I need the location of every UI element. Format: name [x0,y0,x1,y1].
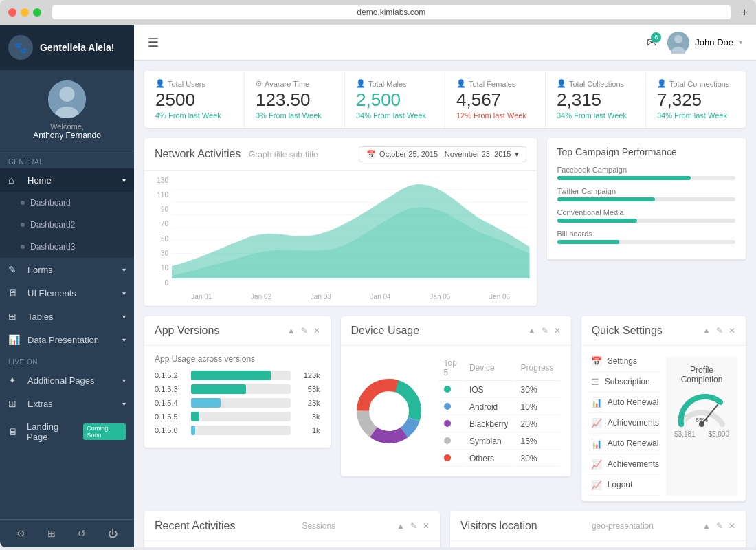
close-icon-3[interactable]: ✕ [729,326,735,336]
calendar-icon: 📅 [366,150,376,159]
campaign-twitter: Twitter Campaign [557,187,736,201]
notification-badge: 6 [651,32,661,43]
campaign-facebook: Facebook Campaign [557,166,736,180]
stat-total-users: 👤Total Users 2500 4% From last Week [144,71,245,128]
app-versions-body: App Usage across versions 0.1.5.2 123k 0… [144,346,331,448]
campaign-facebook-bar-bg [557,176,736,180]
url-bar[interactable]: demo.kimlabs.com [52,6,731,19]
version-bar-bg-1 [191,384,291,394]
stats-row: 👤Total Users 2500 4% From last Week ⊙Ava… [144,71,746,128]
sidebar-item-extras[interactable]: ⊞ Extras ▾ [0,392,134,415]
version-value-1: 53k [296,385,320,393]
pin-icon-4[interactable]: ✎ [410,521,417,531]
recent-activities-col: Recent Activities Sessions ▲ ✎ ✕ [144,512,440,547]
sidebar-item-dashboard3[interactable]: Dashboard3 [0,236,134,258]
sidebar-item-additional-pages[interactable]: ✦ Additional Pages ▾ [0,368,134,392]
version-value-4: 1k [296,426,320,434]
quick-settings-card: Quick Settings ▲ ✎ ✕ 📅 [581,316,746,501]
notification-bell[interactable]: ✉ 6 [647,35,657,50]
version-bar-bg-2 [191,398,291,408]
chart-xaxis: Jan 01 Jan 02 Jan 03 Jan 04 Jan 05 Jan 0… [172,293,530,300]
qs-logout[interactable]: 📈 Logout [590,475,660,496]
new-tab-button[interactable]: + [742,6,748,19]
user-avatar [667,32,689,54]
collapse-icon-4[interactable]: ▲ [397,521,405,531]
sidebar-item-dashboard2[interactable]: Dashboard2 [0,214,134,236]
svg-point-4 [674,35,682,43]
device-others-name: Others [464,451,514,467]
sidebar-item-home-label: Home [27,175,52,186]
campaign-title: Top Campaign Performance [557,146,736,157]
campaign-billboards-bar-bg [557,240,736,244]
device-usage-title: Device Usage [351,324,420,337]
campaign-col: Top Campaign Performance Facebook Campai… [547,138,746,306]
campaign-card: Top Campaign Performance Facebook Campai… [547,138,746,259]
collapse-icon-3[interactable]: ▲ [702,326,711,336]
gauge-range: $3,181 $5,000 [674,430,729,438]
sidebar-item-landing[interactable]: 🖥 Landing Page Coming Soon [0,415,134,448]
qs-subscription[interactable]: ☰ Subscription [590,372,660,393]
quick-settings-title: Quick Settings [592,324,663,337]
pin-icon-2[interactable]: ✎ [542,326,548,336]
sidebar-item-dashboard[interactable]: Dashboard [0,192,134,214]
others-dot [444,454,451,461]
sidebar-item-ui-elements[interactable]: 🖥 UI Elements ▾ [0,281,134,305]
pin-icon[interactable]: ✎ [301,326,308,336]
chart-yaxis: 130 110 90 70 50 30 10 0 [151,177,172,287]
close-icon[interactable]: ✕ [313,326,320,336]
profile-completion-gauge: Profile Completion [666,357,737,496]
refresh-icon[interactable]: ↺ [78,528,86,539]
settings-icon[interactable]: ⚙ [16,528,25,539]
collapse-icon[interactable]: ▲ [287,326,296,336]
menu-toggle-button[interactable]: ☰ [148,35,159,50]
qs-auto-renewal[interactable]: 📊 Auto Renewal [590,393,660,413]
chevron-icon-3: ▾ [122,313,126,320]
close-icon-4[interactable]: ✕ [423,521,430,531]
extras-icon: ⊞ [8,398,22,409]
gauge-min: $3,181 [674,430,696,438]
qs-auto-renewal2[interactable]: 📊 Auto Renewal [590,434,660,454]
sidebar-item-forms-label: Forms [27,265,53,275]
sidebar-sub-home: Dashboard Dashboard2 Dashboard3 [0,192,134,258]
device-col2-header: Device [464,355,514,381]
chevron-icon-4: ▾ [122,336,126,344]
qs-auto-renewal2-label: Auto Renewal [608,439,659,448]
gauge-title: Profile Completion [674,365,729,384]
user-menu[interactable]: John Doe ▾ [667,32,742,54]
qs-settings[interactable]: 📅 Settings [590,351,660,372]
sidebar-item-home[interactable]: ⌂ Home ▾ [0,168,134,192]
version-row-0: 0.1.5.2 123k [155,371,320,380]
ios-pct: 30% [521,385,537,395]
device-ios-name: IOS [464,382,514,398]
subscription-icon: ☰ [591,377,599,387]
landing-icon: 🖥 [8,426,21,437]
close-icon-2[interactable]: ✕ [554,326,561,336]
network-title: Network Activities [155,148,241,160]
date-range-button[interactable]: 📅 October 25, 2015 - November 23, 2015 ▾ [359,146,526,162]
pin-icon-5[interactable]: ✎ [716,521,723,531]
bottom-row: Recent Activities Sessions ▲ ✎ ✕ [144,512,746,547]
device-row-ios: IOS 30% [438,382,559,398]
sidebar-item-forms[interactable]: ✎ Forms ▾ [0,258,134,281]
qs-achievements2[interactable]: 📈 Achievements [590,454,660,475]
sidebar-item-additional-label: Additional Pages [27,375,95,386]
connections-icon: 👤 [657,79,667,88]
power-icon[interactable]: ⏻ [108,528,118,539]
device-usage-col: Device Usage ▲ ✎ ✕ [341,316,571,501]
expand-icon[interactable]: ⊞ [47,528,56,539]
close-icon-5[interactable]: ✕ [729,521,735,531]
device-row-symbian: Symbian 15% [438,434,559,450]
pin-icon-3[interactable]: ✎ [716,326,723,336]
collapse-icon-5[interactable]: ▲ [702,521,711,531]
sidebar-item-tables[interactable]: ⊞ Tables ▾ [0,305,134,328]
chevron-icon: ▾ [122,266,126,274]
collapse-icon-2[interactable]: ▲ [528,326,536,336]
users-icon: 👤 [155,79,165,88]
campaign-conventional-bar-fill [557,219,638,223]
visitors-title: Visitors location [460,520,537,532]
sidebar-item-data-presentation[interactable]: 📊 Data Presentation ▾ [0,328,134,351]
device-table: Top 5 Device Progress [437,354,561,468]
campaign-billboards-bar-fill [557,240,620,244]
qs-achievements[interactable]: 📈 Achievements [590,413,660,434]
campaign-twitter-bar-fill [557,197,656,201]
